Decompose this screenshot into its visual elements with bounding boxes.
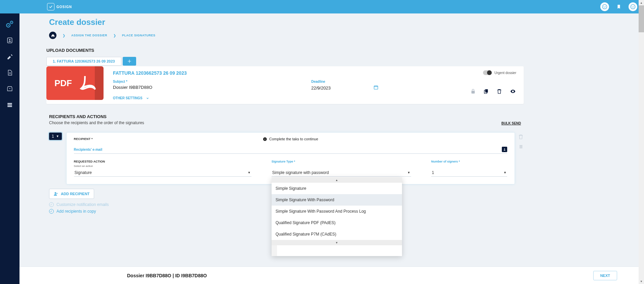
profile-icon[interactable] [629, 2, 637, 11]
add-cc-label: Add recipients in copy [56, 209, 96, 214]
top-bar: GOSIGN [0, 0, 644, 13]
add-recipient-button[interactable]: ADD RECIPIENT [49, 189, 94, 199]
svg-point-29 [521, 145, 522, 146]
brand-text: GOSIGN [56, 5, 72, 9]
step-number-selector[interactable]: 1 ▼ [49, 133, 62, 140]
requested-action-select[interactable]: Signature ▼ [74, 169, 251, 177]
document-title: FATTURA 1203662573 26 09 2023 [113, 70, 451, 76]
dropdown-scroll-up[interactable]: ▲ [272, 177, 402, 183]
scroll-down-icon[interactable]: ▼ [639, 279, 644, 284]
add-person-icon [53, 191, 58, 196]
dropdown-scroll-down[interactable]: ▼ [272, 240, 402, 245]
svg-point-0 [602, 4, 607, 9]
bulk-send-link[interactable]: BULK SEND [501, 121, 521, 125]
number-signers-value: 1 [432, 170, 434, 175]
trash-icon[interactable] [496, 88, 502, 95]
dropdown-scrollbar[interactable] [272, 245, 277, 256]
svg-point-3 [631, 4, 635, 9]
breadcrumb: ❯ ASSIGN THE DOSSIER ❯ PLACE SIGNATURES [49, 32, 524, 39]
contacts-picker-icon[interactable] [502, 147, 507, 152]
urgent-dossier-toggle[interactable]: Urgent dossier [483, 70, 516, 75]
select-action-sublabel: Select an action [74, 165, 251, 168]
svg-rect-21 [472, 91, 475, 94]
copy-icon[interactable] [483, 88, 489, 95]
bookmark-icon[interactable] [615, 3, 622, 10]
sidebar-document-icon[interactable] [5, 68, 14, 77]
lock-icon [470, 88, 476, 95]
breadcrumb-step1[interactable]: ASSIGN THE DOSSIER [71, 34, 107, 37]
breadcrumb-step2[interactable]: PLACE SIGNATURES [122, 34, 155, 37]
checkmark-icon: ✓ [49, 209, 54, 214]
add-document-button[interactable] [123, 57, 136, 66]
page-title: Create dossier [49, 17, 524, 27]
checkmark-icon: ✓ [49, 202, 54, 207]
other-settings-toggle[interactable]: OTHER SETTINGS [113, 96, 451, 100]
upload-heading: UPLOAD DOCUMENTS [46, 48, 524, 53]
requested-action-value: Signature [75, 170, 92, 175]
signature-type-option[interactable]: Simple Signature [272, 183, 402, 194]
caret-down-icon: ▼ [248, 171, 251, 174]
breadcrumb-home-icon[interactable] [49, 32, 56, 39]
signature-type-option[interactable]: Qualified Signature P7M (CAdES) [272, 228, 402, 240]
footer-bar: Dossier I9BB7D88O | ID I9BB7D88O NEXT [19, 267, 644, 284]
subject-value[interactable]: Dossier I9BB7D88O [113, 85, 311, 90]
deadline-label: Deadline [311, 80, 378, 83]
acrobat-icon [79, 74, 97, 93]
add-recipient-label: ADD RECIPIENT [61, 192, 90, 196]
email-placeholder: Recipients' e-mail [74, 148, 103, 151]
drag-handle-icon[interactable] [519, 144, 523, 149]
requested-action-label: REQUESTED ACTION [74, 160, 251, 163]
sidebar-sign-icon[interactable] [5, 52, 14, 61]
caret-down-icon: ▼ [56, 135, 59, 138]
svg-rect-26 [265, 138, 265, 138]
scroll-up-icon[interactable]: ▲ [639, 0, 644, 5]
chevron-right-icon: ❯ [113, 34, 116, 37]
signature-type-option[interactable]: Simple Signature With Password And Proce… [272, 206, 402, 217]
signature-type-option[interactable]: Simple Signature With Password [272, 194, 402, 206]
brand-logo: GOSIGN [47, 3, 72, 10]
chevron-right-icon: ❯ [63, 34, 65, 37]
calendar-icon[interactable] [373, 85, 378, 91]
step-number: 1 [52, 134, 54, 139]
number-signers-label: Number of signers * [431, 160, 507, 163]
pdf-thumbnail: PDF [46, 66, 104, 100]
footer-dossier-id: Dossier I9BB7D88O | ID I9BB7D88O [127, 273, 207, 278]
eye-icon[interactable] [510, 88, 516, 95]
caret-down-icon: ▼ [407, 171, 410, 174]
sidebar [0, 13, 19, 284]
chevron-down-icon [146, 97, 149, 100]
sidebar-inbox-icon[interactable] [5, 84, 14, 94]
sidebar-layers-icon[interactable] [5, 100, 14, 110]
document-tab[interactable]: 1. FATTURA 1203662573 26 09 2023 [46, 57, 121, 66]
logo-mark-icon [47, 3, 54, 10]
sidebar-settings-gears[interactable] [5, 20, 14, 29]
sidebar-contacts-icon[interactable] [5, 36, 14, 45]
caret-down-icon: ▼ [504, 171, 507, 174]
signature-type-select[interactable]: Simple signature with password ▼ [272, 169, 411, 177]
urgent-label: Urgent dossier [494, 71, 516, 75]
pdf-badge-label: PDF [54, 78, 72, 88]
svg-rect-25 [265, 139, 265, 140]
svg-point-4 [632, 6, 633, 7]
svg-point-31 [521, 146, 522, 147]
document-card: PDF FATTURA 1203662573 26 09 2023 Subjec… [46, 66, 524, 104]
signature-type-option[interactable]: Qualified Signature PDF (PAdES) [272, 217, 402, 228]
svg-point-11 [9, 39, 10, 40]
svg-point-1 [604, 6, 604, 7]
window-scrollbar[interactable]: ▲ ▼ [639, 0, 644, 284]
recipients-sub: Choose the recipients and the order of t… [49, 120, 144, 125]
deadline-value[interactable]: 22/9/2023 [311, 85, 331, 91]
svg-rect-14 [7, 103, 12, 104]
info-icon [263, 137, 267, 141]
next-button[interactable]: NEXT [593, 271, 617, 280]
scroll-thumb[interactable] [639, 5, 644, 32]
svg-point-30 [520, 146, 520, 147]
delete-recipient-icon [518, 134, 524, 140]
other-settings-label: OTHER SETTINGS [113, 96, 143, 100]
assistant-icon[interactable] [600, 2, 609, 11]
customize-emails-label: Customize notification emails [56, 202, 109, 207]
subject-label: Subject * [113, 80, 311, 83]
svg-point-7 [8, 25, 9, 26]
recipient-email-input[interactable]: Recipients' e-mail [74, 147, 507, 154]
number-signers-select[interactable]: 1 ▼ [431, 169, 507, 177]
